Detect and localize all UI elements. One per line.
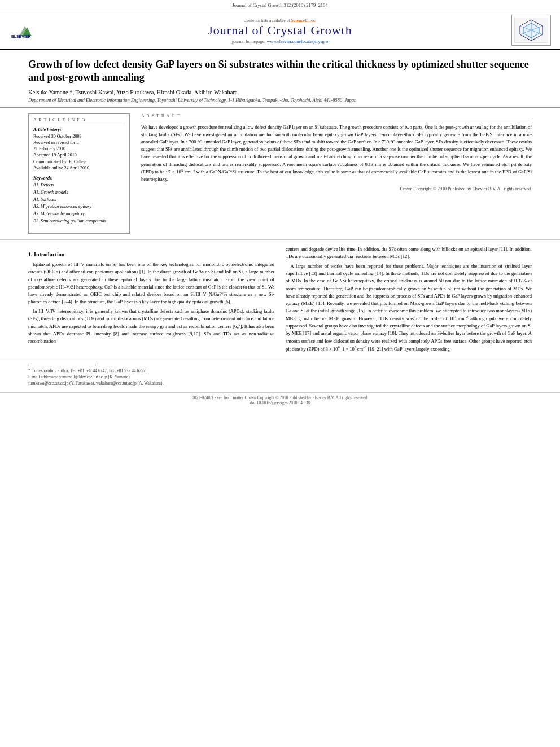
keyword-1: A1. Defects [33,182,125,189]
keyword-4: A3. Migration enhanced epitaxy [33,203,125,211]
received-revised-label: Received in revised form [33,139,125,146]
journal-title-area: Contents lists available at ScienceDirec… [60,17,500,44]
contents-available-text: Contents lists available at [244,18,290,23]
intro-para-2: In III–V/IV heteroepitaxy, it is general… [28,308,274,345]
article-history-block: Article history: Received 30 October 200… [33,127,125,171]
crystal-growth-logo: CRYSTAL GROWTH [511,15,551,46]
authors-line: Keisuke Yamane *, Tsuyoshi Kawai, Yuzo F… [28,89,532,95]
received-revised-date: 21 February 2010 [33,146,125,152]
keywords-list: A1. Defects A1. Growth models A1. Surfac… [33,182,125,225]
homepage-label: journal homepage: [232,39,266,44]
body-para-col2-1: centers and degrade device life time. In… [286,246,532,260]
footnote-email1: E-mail addresses: yamane-k@dev.eee.tut.a… [28,374,532,380]
keyword-5: A3. Molecular beam epitaxy [33,211,125,218]
body-area: 1. Introduction Epitaxial growth of III–… [0,240,560,361]
communicated-by: Communicated by: E. Calleja [33,159,125,165]
abstract-label: A B S T R A C T [141,113,532,120]
elsevier-logo-area: ELSEVIER [9,23,54,38]
crystal-growth-logo-area: CRYSTAL GROWTH [506,15,551,46]
affiliation-line: Department of Electrical and Electronic … [28,97,532,103]
article-info-label: A R T I C L E I N F O [33,117,125,124]
article-info-column: A R T I C L E I N F O Article history: R… [28,113,130,234]
footnote-area: * Corresponding author. Tel: +81 532 44 … [0,361,560,392]
keyword-3: A1. Surfaces [33,196,125,204]
keyword-2: A1. Growth models [33,189,125,196]
journal-citation-bar: Journal of Crystal Growth 312 (2010) 217… [0,0,560,10]
body-col-right: centers and degrade device life time. In… [286,246,532,355]
sciencedirect-link[interactable]: ScienceDirect [291,18,317,23]
article-info-box: A R T I C L E I N F O Article history: R… [28,113,130,234]
footnote-email2: furukawa@eee.tut.ac.jp (Y. Furukawa), wa… [28,380,532,386]
journal-homepage-line: journal homepage: www.elsevier.com/locat… [60,39,500,44]
history-label: Article history: [33,127,125,132]
body-para-col2-2: A large number of works have been report… [286,263,532,353]
footer-doi: doi:10.1016/j.jcrysgro.2010.04.038 [28,400,532,405]
journal-citation-text: Journal of Crystal Growth 312 (2010) 217… [232,2,327,8]
journal-header: ELSEVIER Contents lists available at Sci… [0,10,560,50]
article-info-abstract-area: A R T I C L E I N F O Article history: R… [0,108,560,240]
abstract-column: A B S T R A C T We have developed a grow… [141,113,532,234]
abstract-text: We have developed a growth procedure for… [141,124,532,183]
accepted-date: Accepted 19 April 2010 [33,152,125,158]
elsevier-logo-svg: ELSEVIER [11,23,52,38]
article-title-area: Growth of low defect density GaP layers … [0,50,560,108]
crystal-logo-image: CRYSTAL GROWTH [514,18,548,43]
keywords-label: Keywords: [33,176,125,181]
intro-heading: 1. Introduction [28,250,274,259]
footer-area: 0022-0248/$ - see front matter Crown Cop… [0,392,560,409]
footer-copyright-text: 0022-0248/$ - see front matter Crown Cop… [28,395,532,400]
intro-para-1: Epitaxial growth of III–V materials on S… [28,261,274,305]
keyword-6: B2. Semiconducting gallium compounds [33,218,125,225]
homepage-url[interactable]: www.elsevier.com/locate/jcrysgro [266,39,328,44]
keywords-block: Keywords: A1. Defects A1. Growth models … [33,176,125,225]
contents-available-line: Contents lists available at ScienceDirec… [60,18,500,23]
body-col-left: 1. Introduction Epitaxial growth of III–… [28,246,274,355]
received-date: Received 30 October 2009 [33,133,125,139]
available-online: Available online 24 April 2010 [33,165,125,171]
copyright-line: Crown Copyright © 2010 Published by Else… [141,186,532,191]
authors-text: Keisuke Yamane *, Tsuyoshi Kawai, Yuzo F… [28,89,238,95]
svg-text:ELSEVIER: ELSEVIER [11,34,31,38]
footnote-corresponding: * Corresponding author. Tel: +81 532 44 … [28,368,532,374]
journal-title: Journal of Crystal Growth [60,23,500,38]
article-title: Growth of low defect density GaP layers … [28,58,532,85]
